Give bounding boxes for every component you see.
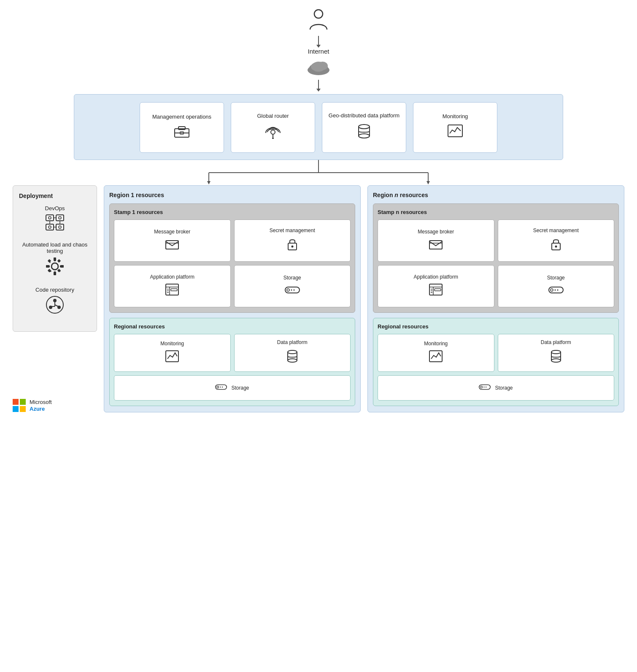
- global-router-label: Global router: [257, 113, 289, 120]
- storage-icon-1: [285, 285, 300, 298]
- storage-n-card: Storage: [498, 265, 615, 307]
- svg-rect-45: [57, 259, 61, 263]
- svg-rect-89: [429, 351, 442, 362]
- regional-n-title: Regional resources: [378, 323, 614, 330]
- svg-rect-70: [216, 385, 227, 390]
- storage-rn-label: Storage: [495, 385, 513, 391]
- svg-rect-84: [435, 289, 441, 291]
- azure-sq-green: [20, 399, 26, 405]
- svg-point-72: [220, 387, 221, 387]
- svg-rect-41: [60, 265, 64, 268]
- svg-point-71: [217, 386, 219, 388]
- data-platform-r1-label: Data platform: [277, 339, 308, 346]
- code-repo-label: Code repository: [35, 287, 74, 293]
- devops-icon: [45, 214, 65, 235]
- geo-data-label: Geo-distributed data platform: [329, 112, 399, 119]
- storage-n-label: Storage: [547, 275, 565, 282]
- global-row: Management operations Global router: [81, 102, 556, 153]
- svg-point-29: [59, 217, 61, 219]
- svg-point-94: [484, 387, 485, 387]
- svg-rect-85: [549, 287, 563, 293]
- monitoring-global-label: Monitoring: [443, 113, 468, 120]
- lock-icon-1: [287, 237, 298, 254]
- msg-broker-1-card: Message broker: [114, 219, 231, 262]
- svg-point-13: [272, 138, 274, 139]
- azure-logo: Microsoft Azure: [13, 399, 52, 412]
- secret-mgmt-n-card: Secret management: [498, 219, 615, 262]
- app-platform-1-label: Application platform: [150, 274, 194, 281]
- chart-icon-rn: [429, 350, 443, 365]
- toolbox-icon: [174, 125, 190, 141]
- internet-label: Internet: [308, 48, 329, 55]
- monitoring-r1-card: Monitoring: [114, 334, 231, 372]
- azure-sq-red: [13, 399, 19, 405]
- azure-squares: [13, 399, 26, 412]
- storage-r1-card: Storage: [114, 375, 351, 401]
- stamp-1-grid: Message broker Secret mana: [114, 219, 351, 307]
- microsoft-label: Microsoft: [30, 399, 52, 406]
- svg-rect-62: [171, 289, 177, 291]
- storage-icon-n: [548, 285, 564, 298]
- secret-mgmt-n-label: Secret management: [533, 228, 579, 234]
- monitoring-rn-label: Monitoring: [424, 341, 448, 347]
- app-icon-1: [165, 284, 179, 298]
- svg-rect-92: [479, 385, 490, 390]
- azure-label: Azure: [30, 406, 52, 412]
- msg-broker-1-label: Message broker: [154, 229, 190, 236]
- regional-1-title: Regional resources: [114, 323, 351, 330]
- svg-rect-38: [54, 257, 56, 261]
- app-icon-n: [429, 284, 443, 298]
- svg-rect-78: [429, 284, 442, 295]
- svg-point-69: [288, 359, 297, 362]
- database-icon-r1: [286, 349, 298, 366]
- svg-rect-25: [56, 215, 64, 221]
- chart-icon-r1: [165, 350, 179, 365]
- svg-point-0: [314, 10, 323, 18]
- svg-point-90: [551, 350, 561, 354]
- svg-rect-43: [57, 269, 61, 272]
- data-platform-rn-label: Data platform: [541, 339, 571, 346]
- router-icon: [265, 124, 281, 142]
- svg-line-51: [55, 305, 58, 306]
- svg-point-88: [557, 290, 558, 291]
- svg-marker-23: [426, 181, 430, 184]
- svg-point-37: [51, 263, 58, 270]
- person-icon: [308, 8, 329, 35]
- svg-point-95: [486, 387, 486, 387]
- deployment-box: Deployment DevOps: [13, 185, 97, 332]
- internet-section: Internet: [13, 8, 624, 90]
- cloud-icon: [306, 58, 331, 77]
- msg-broker-n-label: Message broker: [418, 229, 454, 236]
- svg-point-11: [271, 130, 275, 134]
- azure-sq-yellow: [20, 406, 26, 412]
- svg-rect-56: [166, 284, 178, 295]
- monitoring-rn-card: Monitoring: [378, 334, 494, 372]
- region-n-box: Region n resources Stamp n resources Mes…: [367, 185, 624, 412]
- svg-rect-39: [54, 272, 56, 275]
- global-box: Management operations Global router: [74, 94, 563, 160]
- svg-point-6: [318, 62, 328, 70]
- regional-1-box: Regional resources Monitoring: [109, 318, 355, 406]
- svg-point-65: [291, 290, 292, 291]
- mgmt-ops-card: Management operations: [140, 102, 224, 153]
- deployment-title: Deployment: [19, 192, 91, 199]
- region-n-title: Region n resources: [373, 192, 619, 198]
- svg-rect-26: [46, 224, 54, 230]
- email-icon-1: [165, 238, 179, 252]
- stamp-n-title: Stamp n resources: [378, 209, 614, 215]
- svg-rect-74: [429, 241, 442, 249]
- storage-rn-card: Storage: [378, 375, 614, 401]
- svg-marker-20: [207, 181, 211, 184]
- azure-text: Microsoft Azure: [30, 399, 52, 412]
- svg-point-68: [288, 350, 297, 354]
- svg-point-30: [49, 226, 51, 228]
- svg-rect-40: [46, 265, 49, 268]
- app-platform-n-label: Application platform: [414, 274, 458, 281]
- diagram-container: Internet Management operations: [0, 0, 637, 421]
- stamp-n-grid: Message broker Secret mana: [378, 219, 614, 307]
- svg-point-14: [359, 125, 370, 129]
- devops-item: DevOps: [19, 205, 91, 235]
- svg-point-28: [49, 217, 51, 219]
- chart-icon: [447, 124, 463, 142]
- code-repo-item: Code repository: [19, 287, 91, 318]
